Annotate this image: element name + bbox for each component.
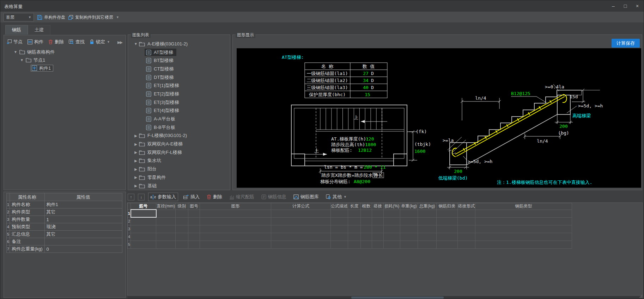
- cell[interactable]: [437, 225, 458, 233]
- row-number[interactable]: 5: [128, 241, 131, 248]
- cell[interactable]: [372, 210, 384, 217]
- atlas-item[interactable]: A-A平台板: [129, 115, 229, 123]
- atlas-item[interactable]: ▶双网双向A-E楼梯: [129, 140, 229, 148]
- cell[interactable]: [131, 225, 156, 233]
- param-input-button[interactable]: ae 参数输入: [148, 193, 178, 201]
- copy-to-floors-button[interactable]: 复制构件到其它楼层 ▼: [67, 13, 121, 21]
- atlas-item[interactable]: DT型楼梯: [129, 73, 229, 82]
- cad-canvas[interactable]: AT型楼梯: 名 称 数 值 一级钢筋锚固(la1) 27 D 二级钢筋锚固(l…: [237, 48, 641, 188]
- tab-rebar[interactable]: 钢筋: [5, 25, 28, 35]
- delete-button[interactable]: 删除: [48, 39, 64, 45]
- cell[interactable]: [188, 217, 200, 225]
- insert-button[interactable]: 插入: [182, 193, 201, 201]
- cell[interactable]: [188, 233, 200, 241]
- cell[interactable]: [418, 241, 437, 248]
- expander-icon[interactable]: ▼: [20, 58, 24, 62]
- tree-item-component1[interactable]: 构件1: [6, 64, 123, 72]
- cell[interactable]: [400, 241, 418, 248]
- rebar-gallery-button[interactable]: 钢筋图库: [292, 193, 321, 201]
- cell[interactable]: [271, 217, 331, 225]
- col-header[interactable]: 总重(kg): [418, 203, 437, 210]
- col-header[interactable]: 损耗(%): [384, 203, 400, 210]
- component-button[interactable]: 构件: [28, 39, 43, 45]
- cell[interactable]: [384, 210, 400, 217]
- cell[interactable]: [475, 225, 572, 233]
- cell[interactable]: [372, 217, 384, 225]
- cell[interactable]: [458, 217, 475, 225]
- row-number[interactable]: 3: [128, 225, 131, 233]
- cell[interactable]: [176, 241, 188, 248]
- cell[interactable]: [384, 225, 400, 233]
- cell[interactable]: [372, 233, 384, 241]
- cell[interactable]: [331, 225, 348, 233]
- cell[interactable]: [188, 241, 200, 248]
- floor-select[interactable]: 首层 ▼: [4, 13, 34, 21]
- expander-icon[interactable]: ▶: [134, 159, 138, 163]
- toolbar-overflow-button[interactable]: ▶▶: [117, 40, 122, 45]
- cell[interactable]: [176, 210, 188, 217]
- node-button[interactable]: 节点: [7, 39, 23, 45]
- expander-icon[interactable]: ▶: [134, 175, 138, 179]
- atlas-item[interactable]: ▶F-L楼梯(03G101-2): [129, 132, 229, 140]
- cell[interactable]: [361, 241, 372, 248]
- expander-icon[interactable]: ▶: [134, 167, 138, 171]
- minimize-button[interactable]: –: [608, 2, 618, 10]
- cell[interactable]: [176, 225, 188, 233]
- col-header[interactable]: 根数: [361, 203, 372, 210]
- col-header[interactable]: 直径(mm): [156, 203, 176, 210]
- cell[interactable]: [361, 225, 372, 233]
- cell[interactable]: [131, 241, 156, 248]
- cell[interactable]: [400, 233, 418, 241]
- tab-civil[interactable]: 土建: [28, 25, 50, 35]
- find-button[interactable]: 查找: [69, 39, 85, 45]
- scrollbar-thumb[interactable]: [351, 297, 444, 299]
- row-number[interactable]: 2: [128, 217, 131, 225]
- cell[interactable]: [188, 225, 200, 233]
- calc-save-button[interactable]: 计算保存: [612, 39, 640, 48]
- cell[interactable]: [188, 210, 200, 217]
- cell[interactable]: [131, 217, 156, 225]
- cell[interactable]: [372, 241, 384, 248]
- atlas-item[interactable]: ET(4)型楼梯: [129, 107, 229, 115]
- horizontal-scrollbar[interactable]: [128, 296, 642, 299]
- cell[interactable]: [131, 233, 156, 241]
- cell[interactable]: [400, 210, 418, 217]
- maximize-button[interactable]: □: [620, 2, 630, 10]
- selected-tree-item[interactable]: 构件1: [31, 65, 53, 71]
- cell[interactable]: [331, 241, 348, 248]
- cell[interactable]: [200, 210, 271, 217]
- cell[interactable]: [156, 241, 176, 248]
- atlas-item[interactable]: ▶双网双向F-L楼梯: [129, 148, 229, 157]
- atlas-item[interactable]: ▶基础: [129, 182, 229, 189]
- cell[interactable]: [458, 225, 475, 233]
- cell[interactable]: [361, 210, 372, 217]
- cell[interactable]: [437, 241, 458, 248]
- move-down-button[interactable]: ↓: [138, 194, 145, 200]
- cell[interactable]: [331, 210, 348, 217]
- cell[interactable]: [331, 233, 348, 241]
- close-button[interactable]: ×: [632, 2, 642, 10]
- atlas-item[interactable]: ▼A-E楼梯(03G101-2): [129, 40, 229, 48]
- cell[interactable]: [437, 233, 458, 241]
- cell[interactable]: [372, 225, 384, 233]
- expander-icon[interactable]: ▶: [134, 150, 138, 154]
- col-header[interactable]: 搭接形式: [458, 203, 475, 210]
- cell[interactable]: [418, 210, 437, 217]
- expander-icon[interactable]: ▼: [14, 50, 17, 54]
- atlas-item[interactable]: BT型楼梯: [129, 56, 229, 65]
- move-up-button[interactable]: ↑: [128, 194, 134, 200]
- cell[interactable]: [331, 217, 348, 225]
- col-header[interactable]: 钢筋类型: [475, 203, 572, 210]
- cell[interactable]: [156, 217, 176, 225]
- expander-icon[interactable]: ▶: [134, 142, 138, 146]
- cell[interactable]: [458, 210, 475, 217]
- other-button[interactable]: 其他 ▼: [324, 193, 348, 201]
- cell[interactable]: [176, 217, 188, 225]
- col-header[interactable]: 筋号: [131, 203, 156, 210]
- cell[interactable]: [361, 233, 372, 241]
- cell[interactable]: [458, 241, 475, 248]
- cell[interactable]: [156, 210, 176, 217]
- cell[interactable]: [271, 225, 331, 233]
- cell[interactable]: [475, 233, 572, 241]
- cell[interactable]: [361, 217, 372, 225]
